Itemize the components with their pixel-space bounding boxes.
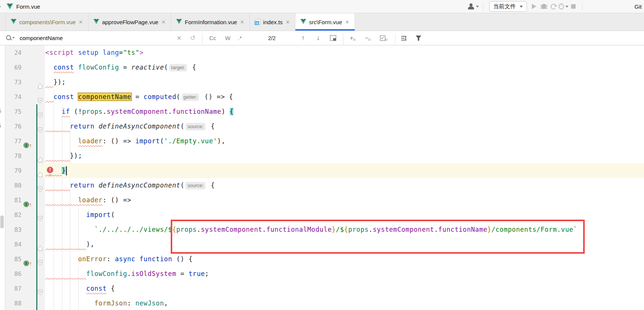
fold-region-end-icon[interactable]: [38, 168, 43, 174]
tab-forminformation-vue[interactable]: FormInformation.vue✕: [171, 13, 250, 31]
coverage-button[interactable]: [549, 2, 559, 11]
git-change-marker: [36, 149, 37, 163]
code-line-76[interactable]: 76 return defineAsyncComponent(source: {: [0, 119, 644, 134]
clear-search-button[interactable]: ✕: [177, 31, 182, 45]
fold-region-end-icon[interactable]: [38, 79, 43, 85]
stop-button[interactable]: [568, 2, 578, 11]
scrollbar-thumb[interactable]: [0, 215, 4, 228]
code-token: ): [221, 108, 230, 115]
run-button[interactable]: [529, 2, 539, 11]
code-line-81[interactable]: 81I↑ loader: () =>: [0, 193, 644, 208]
code-token: : () =>: [103, 196, 131, 204]
code-token: source:: [185, 182, 205, 189]
code-text: import(: [45, 208, 115, 222]
code-token: (: [181, 181, 185, 189]
code-line-24[interactable]: 24<script setup lang="ts">: [0, 45, 644, 60]
search-history-icon[interactable]: ↺: [190, 31, 195, 45]
git-change-marker: [36, 222, 37, 237]
code-token: reactive: [131, 64, 164, 71]
code-token: (: [164, 64, 168, 71]
filter-button[interactable]: [415, 31, 422, 45]
code-text: if (!props.systemComponent.functionName)…: [45, 104, 233, 119]
code-line-75[interactable]: 75 if (!props.systemComponent.functionNa…: [0, 104, 644, 119]
fold-region-open-icon[interactable]: [38, 256, 43, 262]
tab-components-form-vue[interactable]: components\Form.vue✕: [5, 13, 88, 31]
close-icon[interactable]: ✕: [161, 19, 166, 25]
code-line-74[interactable]: 74 const componentName = computed(getter…: [0, 90, 644, 104]
code-token: './Empty.vue': [164, 137, 217, 145]
code-text: return defineAsyncComponent(source: {: [45, 119, 215, 134]
code-token: if: [62, 108, 70, 115]
code-line-87[interactable]: 87 const {: [0, 281, 644, 296]
words-toggle[interactable]: W: [225, 31, 230, 45]
run-configuration-select[interactable]: 当前文件: [489, 1, 527, 12]
regex-toggle[interactable]: .*: [238, 31, 242, 45]
code-token: systemComponent: [107, 108, 168, 115]
code-editor[interactable]: 24<script setup lang="ts">69 const flowC…: [0, 45, 644, 310]
fold-region-open-icon[interactable]: [38, 212, 43, 218]
tab-index-ts[interactable]: TSindex.ts✕: [250, 13, 296, 31]
fold-region-end-icon[interactable]: [38, 242, 43, 247]
git-change-marker: [36, 252, 37, 267]
git-change-marker: [36, 134, 37, 149]
line-number: 74: [5, 90, 22, 104]
tab-src-form-vue[interactable]: src\Form.vue✕: [295, 13, 355, 31]
git-change-marker: [36, 237, 37, 252]
fold-region-open-icon[interactable]: [38, 286, 43, 291]
line-number: 77: [5, 134, 22, 149]
code-line-77[interactable]: 77I↑ loader: () => import('./Empty.vue')…: [0, 134, 644, 149]
close-icon[interactable]: ✕: [285, 19, 290, 25]
code-token: (: [111, 211, 115, 219]
fold-region-open-icon[interactable]: [38, 124, 43, 129]
close-icon[interactable]: ✕: [345, 19, 350, 25]
tab-approveflowpage-vue[interactable]: approveFlowPage.vue✕: [88, 13, 171, 31]
code-line-88[interactable]: 88 formJson: newJson,: [0, 296, 644, 310]
filter-funnel-icon: [415, 36, 422, 41]
profiler-button[interactable]: [559, 2, 568, 11]
vue-file-icon: [93, 19, 99, 25]
debug-button[interactable]: [539, 2, 549, 11]
git-change-marker: [36, 163, 37, 178]
fold-region-end-icon[interactable]: [38, 153, 43, 159]
code-line-79[interactable]: 79! }: [0, 163, 644, 178]
fold-region-open-icon[interactable]: [38, 109, 43, 115]
git-menu[interactable]: Git: [635, 3, 642, 10]
user-profile-button[interactable]: [468, 3, 479, 9]
text-lines-icon: [401, 36, 406, 40]
code-token: [94, 122, 99, 130]
line-number: 73: [5, 75, 22, 90]
search-input[interactable]: componentName: [20, 31, 63, 45]
code-token: loader: [78, 137, 103, 145]
tab-label: index.ts: [263, 19, 283, 25]
code-line-73[interactable]: 73 });: [0, 75, 644, 90]
match-case-toggle[interactable]: Cc: [209, 31, 216, 45]
open-in-find-window-button[interactable]: [330, 31, 336, 45]
close-icon[interactable]: ✕: [240, 19, 245, 25]
code-token: () => {: [200, 93, 233, 101]
code-line-85[interactable]: 85I↑ onError: async function () {: [0, 252, 644, 267]
code-line-69[interactable]: 69 const flowConfig = reactive(target: {: [0, 60, 644, 75]
code-token: [45, 122, 70, 130]
search-options-button[interactable]: [6, 31, 12, 45]
next-occurrence-button[interactable]: ↓: [317, 31, 320, 45]
code-token: ),: [86, 240, 94, 248]
search-field-options-button[interactable]: [401, 31, 406, 45]
select-all-occurrences-button[interactable]: II: [380, 31, 388, 45]
code-token: [45, 78, 54, 86]
tab-label: approveFlowPage.vue: [102, 19, 158, 25]
code-text: const flowConfig = reactive(target: {: [45, 60, 196, 75]
previous-occurrence-button[interactable]: ↑: [301, 31, 305, 45]
code-line-80[interactable]: 80 return defineAsyncComponent(source: {: [0, 178, 644, 193]
play-icon: [532, 4, 536, 9]
git-change-marker: [36, 193, 37, 208]
fold-region-open-icon[interactable]: [38, 183, 43, 188]
code-token: () {: [172, 255, 193, 263]
code-token: `./../../../views/: [94, 226, 168, 233]
code-token: (: [181, 122, 185, 130]
fold-region-open-icon[interactable]: [38, 94, 43, 100]
add-selection-button[interactable]: +II: [350, 31, 356, 45]
close-icon[interactable]: ✕: [78, 19, 83, 25]
code-line-86[interactable]: 86 flowConfig.isOldSystem = true;: [0, 267, 644, 281]
remove-selection-button[interactable]: −II: [365, 31, 371, 45]
code-line-78[interactable]: 78 });: [0, 149, 644, 163]
